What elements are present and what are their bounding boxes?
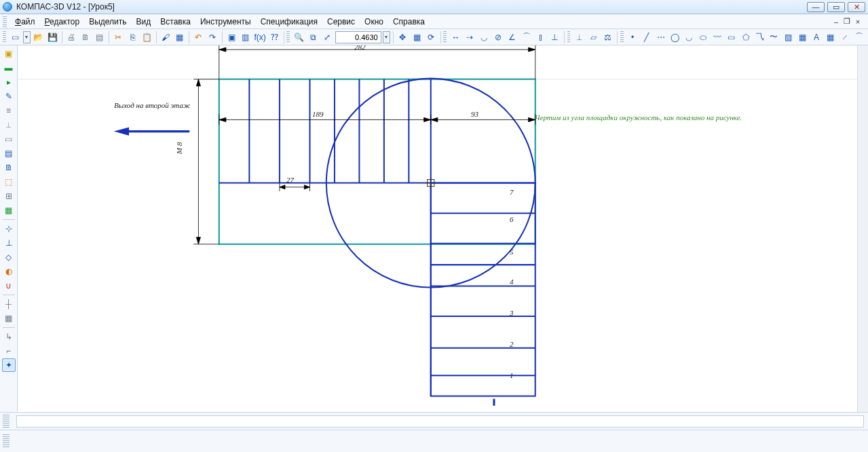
measure-area-button[interactable]: ▱ <box>587 31 600 44</box>
polygon-button[interactable]: ⬠ <box>739 31 752 44</box>
mdi-minimize-button[interactable]: – <box>831 17 841 26</box>
close-button[interactable]: ✕ <box>848 2 865 12</box>
help-context-button[interactable]: ⁇ <box>268 31 281 44</box>
print-button[interactable]: 🖨 <box>65 31 78 44</box>
style-button[interactable]: ⌐ <box>2 344 16 358</box>
views-panel-button[interactable]: ▦ <box>2 204 16 217</box>
measure-panel-button[interactable]: ⟂ <box>2 118 16 132</box>
variables-button[interactable]: f(x) <box>253 31 266 44</box>
point-button[interactable]: • <box>626 31 639 44</box>
minimize-button[interactable]: — <box>807 2 825 12</box>
polyline-button[interactable]: ⺄ <box>753 31 766 44</box>
zoom-input[interactable] <box>335 31 381 43</box>
dimension-angle-button[interactable]: ∠ <box>506 31 519 44</box>
statusbar-gripper[interactable] <box>3 415 10 428</box>
symbols-panel-button[interactable]: ▸ <box>2 75 16 89</box>
measure-dist-button[interactable]: ⟂ <box>573 31 586 44</box>
fillet-button[interactable]: ⌒ <box>852 31 865 44</box>
menu-spec[interactable]: Спецификация <box>257 15 322 28</box>
snap-grid-button[interactable]: ⊹ <box>2 222 16 236</box>
dimension-chain-button[interactable]: ⇢ <box>464 31 476 44</box>
maximize-button[interactable]: ▭ <box>827 2 845 12</box>
ortho-button[interactable]: ⊥ <box>2 236 16 250</box>
snap-button[interactable]: ◇ <box>2 250 16 264</box>
arc-button[interactable]: ◡ <box>683 31 696 44</box>
magnet-button[interactable]: ∪ <box>2 279 16 293</box>
menu-view[interactable]: Вид <box>132 15 155 28</box>
mdi-restore-button[interactable]: ❐ <box>842 17 852 26</box>
pan-button[interactable]: ✥ <box>396 31 409 44</box>
ellipse-button[interactable]: ⬭ <box>697 31 710 44</box>
orient-button[interactable]: ▦ <box>411 31 423 44</box>
menu-help[interactable]: Справка <box>389 15 429 28</box>
toolbar-gripper[interactable] <box>286 31 290 43</box>
menu-edit[interactable]: Редактор <box>41 15 84 28</box>
properties-button[interactable]: ▦ <box>173 31 186 44</box>
edit-panel-button[interactable]: ✎ <box>2 90 16 103</box>
aux-line-button[interactable]: ⋯ <box>654 31 667 44</box>
bottom-gripper[interactable] <box>3 434 10 448</box>
redo-button[interactable]: ↷ <box>206 31 219 44</box>
reports-panel-button[interactable]: 🗎 <box>2 161 16 174</box>
text-button[interactable]: A <box>810 31 823 44</box>
circle-button[interactable]: ◯ <box>668 31 681 44</box>
geometry-panel-button[interactable]: ▣ <box>2 47 16 60</box>
paste-button[interactable]: 📋 <box>140 31 153 44</box>
pict-panel-button[interactable]: ⬚ <box>2 175 16 189</box>
undo-button[interactable]: ↶ <box>192 31 205 44</box>
menu-service[interactable]: Сервис <box>323 15 359 28</box>
assoc-panel-button[interactable]: ⊞ <box>2 189 16 203</box>
axis-button[interactable]: ┼ <box>2 297 16 311</box>
local-cs-button[interactable]: ↳ <box>2 330 16 343</box>
active-tool-button[interactable]: ✦ <box>2 358 16 372</box>
new-document-dropdown[interactable]: ▾ <box>23 31 31 43</box>
copy-button[interactable]: ⎘ <box>126 31 139 44</box>
dimension-arc-button[interactable]: ⌒ <box>520 31 533 44</box>
zoom-in-button[interactable]: 🔍 <box>293 31 305 44</box>
new-document-button[interactable]: ▭ <box>9 31 22 44</box>
brush-button[interactable]: 🖌 <box>159 31 172 44</box>
print-preview-button[interactable]: 🗎 <box>79 31 92 44</box>
select-panel-button[interactable]: ▭ <box>2 132 16 146</box>
menu-file[interactable]: Файл <box>11 15 39 28</box>
spline-button[interactable]: 〰 <box>711 31 724 44</box>
zoom-dropdown[interactable]: ▾ <box>383 31 390 43</box>
cut-button[interactable]: ✂ <box>112 31 125 44</box>
rectangle-button[interactable]: ▭ <box>725 31 738 44</box>
dimension-baseline-button[interactable]: ⫿ <box>534 31 547 44</box>
zoom-fit-button[interactable]: ⤢ <box>321 31 334 44</box>
dimension-radius-button[interactable]: ◡ <box>478 31 491 44</box>
hatch-button[interactable]: ▨ <box>782 31 795 44</box>
round-button[interactable]: ◐ <box>2 265 16 278</box>
params-panel-button[interactable]: ≡ <box>2 104 16 117</box>
table-button[interactable]: ▦ <box>824 31 837 44</box>
manager-button[interactable]: ▣ <box>225 31 238 44</box>
drawing-canvas[interactable]: 282 189 93 27 M 8 7 6 5 4 3 2 1 Выход на… <box>18 45 868 412</box>
toolbar-gripper[interactable] <box>567 31 571 43</box>
fill-button[interactable]: ▦ <box>796 31 809 44</box>
toolbar-gripper[interactable] <box>3 31 6 43</box>
dimension-diameter-button[interactable]: ⊘ <box>492 31 505 44</box>
dimension-ord-button[interactable]: ⊥ <box>548 31 561 44</box>
chamfer-button[interactable]: ⟋ <box>838 31 851 44</box>
dimensions-panel-button[interactable]: ▬ <box>2 61 16 75</box>
toolbar-gripper[interactable] <box>443 31 447 43</box>
layers-button[interactable]: ▥ <box>240 31 252 44</box>
menu-window[interactable]: Окно <box>360 15 388 28</box>
measure-mass-button[interactable]: ⚖ <box>601 31 614 44</box>
menu-tools[interactable]: Инструменты <box>196 15 255 28</box>
menu-insert[interactable]: Вставка <box>156 15 195 28</box>
zoom-window-button[interactable]: ⧉ <box>307 31 320 44</box>
save-button[interactable]: 💾 <box>46 31 59 44</box>
menu-select[interactable]: Выделить <box>85 15 130 28</box>
vertical-scrollbar[interactable] <box>857 45 868 412</box>
line-button[interactable]: ╱ <box>640 31 653 44</box>
grid-button[interactable]: ▦ <box>2 312 16 325</box>
refresh-view-button[interactable]: ⟳ <box>425 31 438 44</box>
spec-panel-button[interactable]: ▤ <box>2 147 16 160</box>
open-button[interactable]: 📂 <box>32 31 45 44</box>
dimension-linear-button[interactable]: ↔ <box>449 31 462 44</box>
toolbar-gripper[interactable] <box>620 31 624 43</box>
bezier-button[interactable]: 〜 <box>768 31 780 44</box>
page-setup-button[interactable]: ▤ <box>93 31 106 44</box>
